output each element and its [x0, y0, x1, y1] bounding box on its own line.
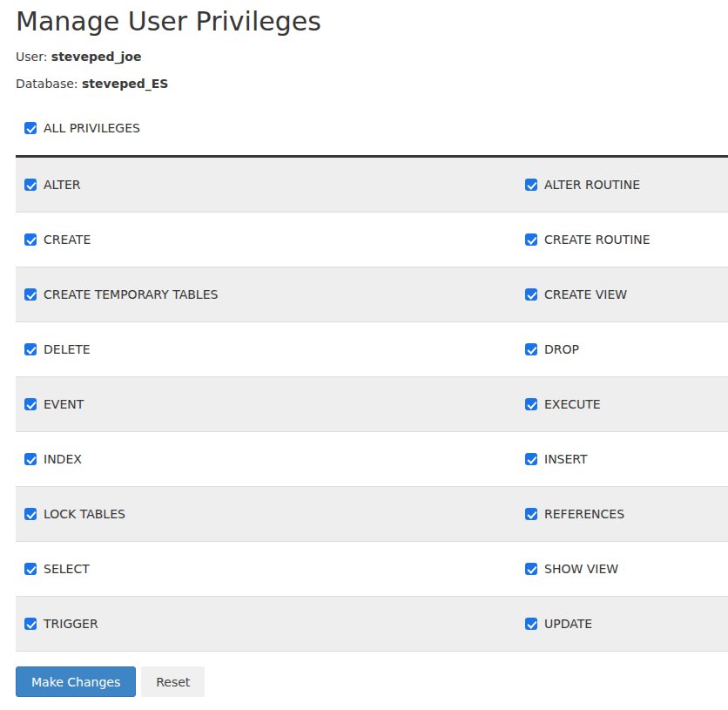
- privilege-checkbox[interactable]: [24, 288, 37, 301]
- make-changes-button[interactable]: Make Changes: [16, 666, 136, 697]
- privilege-row: CREATE CREATE ROUTINE: [16, 213, 728, 267]
- privilege-cell-left: INDEX: [16, 432, 516, 486]
- user-label: User:: [16, 50, 47, 64]
- privilege-checkbox[interactable]: [525, 508, 537, 520]
- privileges-table: ALTER ALTER ROUTINE CREATE CREATE ROUTIN…: [16, 155, 728, 652]
- user-value: steveped_joe: [51, 50, 142, 64]
- privilege-cell-left: SELECT: [16, 542, 516, 596]
- privilege-label[interactable]: EXECUTE: [544, 398, 601, 410]
- all-privileges-row: ALL PRIVILEGES: [24, 122, 728, 134]
- privilege-cell-left: CREATE: [16, 213, 516, 267]
- reset-button[interactable]: Reset: [141, 666, 205, 697]
- privilege-cell-right: DROP: [516, 322, 728, 376]
- privilege-checkbox[interactable]: [525, 398, 537, 410]
- privilege-checkbox[interactable]: [525, 233, 537, 246]
- privilege-label[interactable]: DELETE: [44, 343, 91, 355]
- privilege-row: INDEX INSERT: [16, 432, 728, 487]
- privilege-row: TRIGGER UPDATE: [16, 597, 728, 652]
- privilege-checkbox[interactable]: [24, 179, 37, 191]
- privilege-row: EVENT EXECUTE: [16, 377, 728, 432]
- privilege-cell-left: CREATE TEMPORARY TABLES: [16, 267, 516, 321]
- privilege-checkbox[interactable]: [525, 453, 537, 465]
- privilege-checkbox[interactable]: [24, 563, 37, 575]
- privilege-label[interactable]: INSERT: [544, 453, 588, 465]
- privilege-label[interactable]: DROP: [544, 343, 579, 355]
- privilege-cell-right: UPDATE: [516, 597, 728, 651]
- privilege-label[interactable]: ALTER: [44, 179, 81, 191]
- privilege-checkbox[interactable]: [525, 179, 537, 191]
- page-header: Manage User Privileges User: steveped_jo…: [16, 7, 728, 90]
- privilege-checkbox[interactable]: [24, 618, 37, 630]
- privilege-label[interactable]: LOCK TABLES: [44, 508, 125, 520]
- privilege-label[interactable]: SHOW VIEW: [544, 563, 618, 575]
- privilege-checkbox[interactable]: [525, 343, 537, 355]
- privilege-label[interactable]: CREATE TEMPORARY TABLES: [44, 288, 218, 301]
- database-line: Database: steveped_ES: [16, 78, 728, 90]
- privilege-checkbox[interactable]: [525, 618, 537, 630]
- privilege-cell-right: CREATE VIEW: [516, 267, 728, 321]
- privilege-cell-left: TRIGGER: [16, 597, 516, 651]
- privilege-cell-right: ALTER ROUTINE: [516, 158, 728, 212]
- privilege-cell-right: INSERT: [516, 432, 728, 486]
- privilege-checkbox[interactable]: [525, 288, 537, 301]
- database-label: Database:: [16, 77, 78, 91]
- privilege-cell-left: DELETE: [16, 322, 516, 376]
- privilege-label[interactable]: REFERENCES: [544, 508, 624, 520]
- privilege-checkbox[interactable]: [24, 508, 37, 520]
- privilege-label[interactable]: SELECT: [44, 563, 90, 575]
- privilege-cell-right: CREATE ROUTINE: [516, 213, 728, 267]
- privilege-cell-right: REFERENCES: [516, 487, 728, 541]
- privilege-cell-right: EXECUTE: [516, 377, 728, 431]
- privilege-checkbox[interactable]: [24, 233, 37, 246]
- privilege-row: SELECT SHOW VIEW: [16, 542, 728, 597]
- privilege-label[interactable]: CREATE: [44, 233, 91, 246]
- privilege-label[interactable]: TRIGGER: [44, 618, 98, 630]
- database-value: steveped_ES: [82, 77, 168, 91]
- all-privileges-checkbox[interactable]: [24, 122, 37, 134]
- privilege-row: DELETE DROP: [16, 322, 728, 377]
- privilege-label[interactable]: CREATE VIEW: [544, 288, 627, 301]
- privilege-cell-left: LOCK TABLES: [16, 487, 516, 541]
- privilege-checkbox[interactable]: [24, 343, 37, 355]
- user-line: User: steveped_joe: [16, 51, 728, 63]
- manage-user-privileges-page: Manage User Privileges User: steveped_jo…: [0, 0, 728, 710]
- privilege-cell-left: ALTER: [16, 158, 516, 212]
- page-title: Manage User Privileges: [16, 7, 728, 36]
- privilege-checkbox[interactable]: [24, 453, 37, 465]
- privilege-label[interactable]: UPDATE: [544, 618, 592, 630]
- privilege-checkbox[interactable]: [24, 398, 37, 410]
- privilege-cell-left: EVENT: [16, 377, 516, 431]
- privilege-row: LOCK TABLES REFERENCES: [16, 487, 728, 542]
- form-actions: Make Changes Reset: [16, 666, 728, 697]
- privilege-label[interactable]: INDEX: [44, 453, 82, 465]
- all-privileges-label[interactable]: ALL PRIVILEGES: [44, 122, 140, 134]
- privilege-row: CREATE TEMPORARY TABLES CREATE VIEW: [16, 267, 728, 322]
- privilege-row: ALTER ALTER ROUTINE: [16, 158, 728, 213]
- privilege-checkbox[interactable]: [525, 563, 537, 575]
- privilege-label[interactable]: EVENT: [44, 398, 84, 410]
- privilege-label[interactable]: ALTER ROUTINE: [544, 179, 640, 191]
- privilege-cell-right: SHOW VIEW: [516, 542, 728, 596]
- privilege-label[interactable]: CREATE ROUTINE: [544, 233, 650, 246]
